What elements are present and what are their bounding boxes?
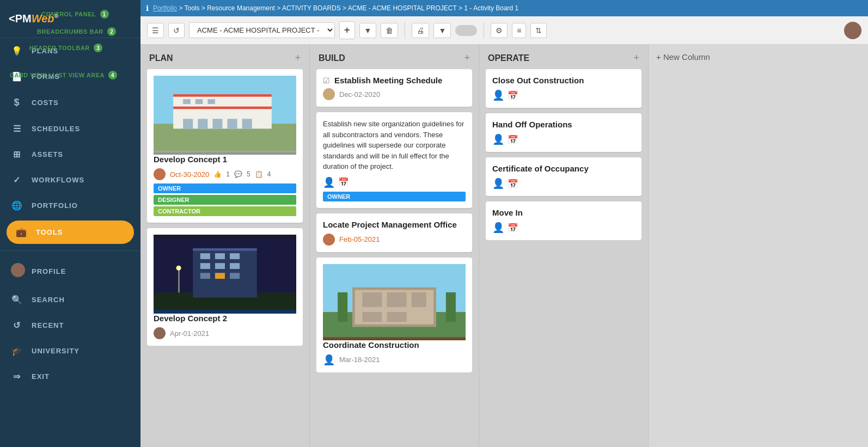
card-coordinate-construction[interactable]: Coordinate Construction 👤 Mar-18-2021 <box>316 258 472 372</box>
svg-rect-7 <box>212 119 222 128</box>
sidebar-item-schedules[interactable]: ☰ SCHEDULES <box>0 116 140 142</box>
column-build: BUILD + ☑ Establish Meeting Schedule Dec… <box>310 45 479 447</box>
svg-rect-22 <box>230 263 240 269</box>
svg-rect-39 <box>387 312 406 322</box>
column-title-operate: OPERATE <box>488 53 529 63</box>
column-operate: OPERATE + Close Out Construction 👤 📅 Han… <box>479 45 648 447</box>
card-avatar-concept1 <box>154 168 166 180</box>
sidebar-item-search[interactable]: 🔍 SEARCH <box>0 287 140 313</box>
card-site-org[interactable]: Establish new site organization guidelin… <box>316 112 472 208</box>
user-avatar[interactable] <box>844 22 861 39</box>
sidebar-item-forms[interactable]: 📄 FORMS <box>0 64 140 89</box>
card-date-coordinate: Mar-18-2021 <box>339 356 380 364</box>
sort-button[interactable]: ⇅ <box>530 23 547 38</box>
new-column-area: + New Column <box>649 45 757 447</box>
svg-rect-25 <box>230 273 240 279</box>
like-count: 1 <box>226 170 230 178</box>
plans-icon: 💡 <box>11 46 23 56</box>
add-dropdown-button[interactable]: ▼ <box>359 23 377 38</box>
forms-icon: 📄 <box>11 71 23 82</box>
portfolio-link[interactable]: Portfolio <box>153 4 177 12</box>
person-icon-hand-off: 👤 <box>492 133 504 145</box>
column-add-build[interactable]: + <box>464 52 470 64</box>
card-meta-concept1: Oct-30-2020 👍 1 💬 5 📋 4 <box>154 168 296 180</box>
card-develop-concept-1[interactable]: Develop Concept 1 Oct-30-2020 👍 1 💬 5 📋 … <box>147 69 303 223</box>
header-toolbar: ☰ ↺ ACME - ACME HOSPITAL PROJECT - + ▼ 🗑… <box>140 16 868 45</box>
comment-icon: 💬 <box>234 170 242 178</box>
kanban-board: PLAN + <box>140 45 868 447</box>
svg-point-27 <box>176 266 181 271</box>
person-icon-site-org: 👤 <box>323 176 335 188</box>
new-column-button[interactable]: + New Column <box>656 52 710 62</box>
column-header-build: BUILD + <box>316 45 472 69</box>
filter-button[interactable]: ≡ <box>512 23 526 38</box>
svg-rect-6 <box>198 119 207 128</box>
sidebar-item-profile[interactable]: PROFILE <box>0 255 140 287</box>
schedules-icon: ☰ <box>11 124 23 134</box>
svg-rect-32 <box>352 287 355 326</box>
tag-contractor: CONTRACTOR <box>154 206 296 216</box>
sidebar-item-tools[interactable]: 💼 TOOLS <box>7 221 134 244</box>
print-dropdown-button[interactable]: ▼ <box>433 23 451 38</box>
card-establish-meeting[interactable]: ☑ Establish Meeting Schedule Dec-02-2020 <box>316 69 472 107</box>
checkbox-icon: ☑ <box>323 76 330 85</box>
settings-button[interactable]: ⚙ <box>491 23 508 38</box>
svg-rect-35 <box>362 292 382 307</box>
sidebar-item-costs[interactable]: $ COSTS <box>0 89 140 116</box>
project-selector[interactable]: ACME - ACME HOSPITAL PROJECT - <box>189 22 335 38</box>
sidebar-item-portfolio[interactable]: 🌐 PORTFOLIO <box>0 193 140 218</box>
card-title-concept1: Develop Concept 1 <box>154 155 296 164</box>
sidebar-item-exit[interactable]: ⇒ EXIT <box>0 364 140 389</box>
svg-rect-40 <box>338 292 347 321</box>
card-develop-concept-2[interactable]: Develop Concept 2 Apr-01-2021 <box>147 228 303 346</box>
university-icon: 🎓 <box>11 346 23 356</box>
sidebar-item-assets[interactable]: ⊞ ASSETS <box>0 142 140 167</box>
doc-count: 4 <box>267 170 271 178</box>
card-title-meeting: Establish Meeting Schedule <box>334 76 442 85</box>
sidebar-label-profile: PROFILE <box>32 267 66 275</box>
card-certificate[interactable]: Certificate of Occupancy 👤 📅 <box>486 157 641 196</box>
column-header-operate: OPERATE + <box>486 45 641 69</box>
sidebar-label-assets: ASSETS <box>32 150 63 158</box>
tag-owner: OWNER <box>154 183 296 193</box>
svg-rect-21 <box>215 263 225 269</box>
doc-icon: 📋 <box>255 170 263 178</box>
add-button[interactable]: + <box>339 21 355 39</box>
svg-rect-11 <box>195 99 203 104</box>
comment-count: 5 <box>247 170 250 178</box>
column-plan: PLAN + <box>140 45 309 447</box>
sidebar-item-university[interactable]: 🎓 UNIVERSITY <box>0 338 140 364</box>
svg-rect-24 <box>215 273 225 279</box>
sidebar-item-recent[interactable]: ↺ RECENT <box>0 313 140 338</box>
breadcrumb-text: Portfolio > Tools > Resource Management … <box>153 4 518 12</box>
sidebar-label-workflows: WORKFLOWS <box>32 176 84 184</box>
person-icon-move-in: 👤 <box>492 222 504 234</box>
sidebar-label-university: UNIVERSITY <box>32 347 80 355</box>
card-pm-office[interactable]: Locate Project Management Office Feb-05-… <box>316 213 472 252</box>
card-date-concept2: Apr-01-2021 <box>170 329 209 338</box>
column-add-plan[interactable]: + <box>295 52 301 64</box>
card-avatar-coordinate: 👤 <box>323 354 335 366</box>
info-icon[interactable]: ℹ <box>146 4 149 13</box>
delete-button[interactable]: 🗑 <box>381 23 398 38</box>
print-button[interactable]: 🖨 <box>412 23 429 38</box>
svg-rect-19 <box>230 253 240 259</box>
card-move-in[interactable]: Move In 👤 📅 <box>486 201 641 240</box>
card-title-move-in: Move In <box>492 208 635 217</box>
building2-image <box>154 235 296 314</box>
svg-rect-17 <box>200 253 210 259</box>
profile-icon <box>11 263 23 279</box>
card-hand-off[interactable]: Hand Off Operations 👤 📅 <box>486 113 641 152</box>
main-board: PLAN + <box>140 45 868 447</box>
menu-button[interactable]: ☰ <box>147 23 164 38</box>
sidebar-item-plans[interactable]: 💡 PLANS <box>0 38 140 64</box>
sidebar-label-forms: FORMS <box>32 72 60 81</box>
column-add-operate[interactable]: + <box>633 52 639 64</box>
card-icons-certificate: 👤 📅 <box>492 177 635 189</box>
card-close-out[interactable]: Close Out Construction 👤 📅 <box>486 69 641 108</box>
sidebar-label-exit: EXIT <box>32 372 50 381</box>
toggle-view-switch[interactable] <box>455 25 477 36</box>
calendar-icon-close-out: 📅 <box>508 90 518 101</box>
history-button[interactable]: ↺ <box>168 23 185 38</box>
sidebar-item-workflows[interactable]: ✓ WORKFLOWS <box>0 167 140 193</box>
